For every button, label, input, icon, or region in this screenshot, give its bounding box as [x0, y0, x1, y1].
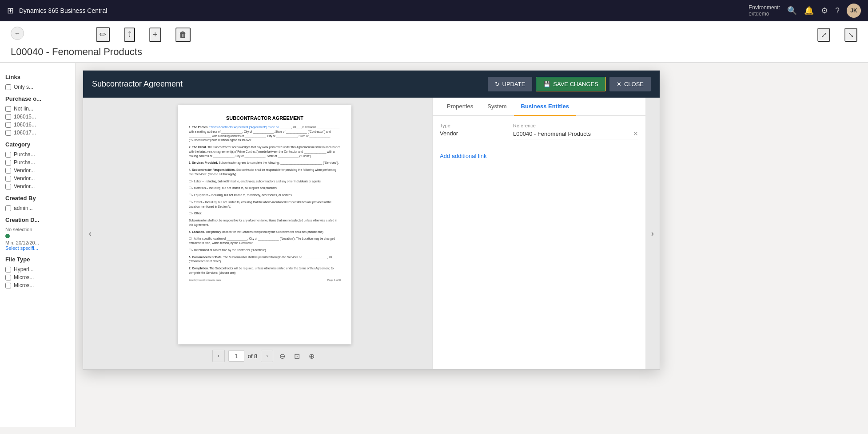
grid-icon[interactable]: ⊞: [7, 6, 14, 16]
doc-para-2: 2. The Client. The Subcontractor acknowl…: [189, 145, 341, 158]
item3-label[interactable]: 106017...: [14, 130, 36, 136]
creation-date-title: Creation D...: [5, 217, 70, 223]
doc-para-travel: ☐ - Travel – Including, but not limited …: [189, 200, 341, 209]
subcontractor-dialog: Subcontractor Agreement ↻ UPDATE 💾 SAVE …: [83, 70, 660, 370]
no-selection-text: No selection: [5, 227, 70, 232]
cat4-item: Vendor...: [5, 175, 70, 181]
item1: 106015...: [5, 114, 70, 120]
cat2-label[interactable]: Purcha...: [14, 159, 35, 166]
back-button[interactable]: ←: [11, 27, 24, 40]
doc-para-5: 5. Location. The primary location for th…: [189, 230, 341, 234]
save-changes-button[interactable]: 💾 SAVE CHANGES: [536, 77, 606, 91]
settings-icon[interactable]: ⚙: [821, 6, 828, 16]
doc-footer-left: EmploymentContracts.com: [189, 279, 221, 281]
fit-page-button[interactable]: ⊡: [291, 351, 303, 361]
doc-para-materials: ☐ - Materials – Including, but not limit…: [189, 186, 341, 190]
microsoft1-checkbox[interactable]: [5, 275, 11, 280]
nav-right: Environment: extdemo 🔍 🔔 ⚙ ? JK: [749, 4, 861, 18]
cat1-checkbox[interactable]: [5, 152, 11, 158]
doc-para-4: 4. Subcontractor Responsibilities. Subco…: [189, 168, 341, 177]
add-icon: +: [153, 30, 158, 39]
prev-page-button[interactable]: ‹: [212, 350, 225, 362]
select-specific-text[interactable]: Select specifi...: [5, 245, 70, 251]
help-icon[interactable]: ?: [835, 6, 840, 16]
notification-icon[interactable]: 🔔: [804, 6, 814, 16]
file-type-title: File Type: [5, 256, 70, 263]
cat2-item: Purcha...: [5, 159, 70, 166]
next-chevron-button[interactable]: ›: [645, 98, 660, 369]
close-button[interactable]: ✕ CLOSE: [609, 77, 651, 91]
doc-para-other: ☐ - Other: _____________________________…: [189, 211, 341, 216]
created-by-checkbox[interactable]: [5, 205, 11, 211]
right-panel-content: Type Vendor Reference L00040 - Fenomenal…: [433, 116, 645, 369]
page-header: ← ✏ ⤴ + 🗑 ⤢ ⤡ L00040 - Fenomenal Produ: [0, 21, 868, 63]
cat4-label[interactable]: Vendor...: [14, 175, 35, 181]
hyperlink-checkbox[interactable]: [5, 267, 11, 272]
doc-para-6: 6. Commencement Date. The Subcontractor …: [189, 255, 341, 264]
cat3-checkbox[interactable]: [5, 168, 11, 174]
dialog-body: ‹ SUBCONTRACTOR AGREEMENT 1. The Parties…: [83, 98, 660, 369]
not-linked-label[interactable]: Not lin...: [14, 106, 33, 112]
cat5-checkbox[interactable]: [5, 184, 11, 189]
close-icon: ✕: [617, 81, 621, 87]
only-show-item: Only s...: [5, 84, 70, 90]
share-button[interactable]: ⤴: [124, 28, 135, 42]
item3-checkbox[interactable]: [5, 130, 11, 136]
item2-label[interactable]: 106016...: [14, 122, 36, 128]
cat5-label[interactable]: Vendor...: [14, 183, 35, 189]
next-page-button[interactable]: ›: [261, 350, 273, 362]
page-toolbar: ✏ ⤴ + 🗑 ⤢ ⤡: [28, 27, 857, 42]
prev-chevron-button[interactable]: ‹: [83, 98, 97, 369]
right-panel: Properties System Business Entities Type…: [432, 98, 645, 369]
doc-para-3: 3. Services Provided. Subcontractor agre…: [189, 161, 341, 165]
cat3-label[interactable]: Vendor...: [14, 167, 35, 174]
tab-properties[interactable]: Properties: [440, 98, 480, 116]
created-by-title: Created By: [5, 195, 70, 201]
cat2-checkbox[interactable]: [5, 160, 11, 166]
tab-business-entities[interactable]: Business Entities: [514, 98, 576, 116]
category-section-title: Category: [5, 141, 70, 148]
type-label: Type: [440, 123, 502, 128]
page-title: L00040 - Fenomenal Products: [11, 46, 857, 62]
type-value: Vendor: [440, 130, 502, 137]
microsoft2-label[interactable]: Micros...: [14, 282, 34, 288]
add-additional-link[interactable]: Add additional link: [440, 153, 487, 159]
doc-footer-right: Page 1 of 8: [327, 279, 341, 281]
delete-button[interactable]: 🗑: [175, 28, 191, 42]
tab-system[interactable]: System: [480, 98, 514, 116]
doc-para-not-responsible: Subcontractor shall not be responsible f…: [189, 218, 341, 227]
item1-checkbox[interactable]: [5, 114, 11, 120]
user-avatar[interactable]: JK: [847, 4, 861, 18]
clear-reference-button[interactable]: ✕: [633, 130, 638, 137]
microsoft2-checkbox[interactable]: [5, 283, 11, 288]
update-button[interactable]: ↻ UPDATE: [488, 77, 533, 91]
expand-button[interactable]: ⤢: [817, 28, 830, 42]
add-button[interactable]: +: [149, 28, 161, 42]
hyperlink-label[interactable]: Hyperl...: [14, 266, 34, 272]
cat1-label[interactable]: Purcha...: [14, 151, 35, 158]
only-show-checkbox[interactable]: [5, 84, 11, 90]
edit-button[interactable]: ✏: [96, 27, 110, 42]
field-headers: Type Vendor Reference L00040 - Fenomenal…: [440, 123, 638, 146]
share-icon: ⤴: [127, 30, 131, 39]
env-info: Environment: extdemo: [749, 4, 780, 17]
not-linked-item: Not lin...: [5, 106, 70, 112]
only-show-label[interactable]: Only s...: [14, 84, 33, 90]
green-dot-indicator: [5, 234, 10, 238]
search-icon[interactable]: 🔍: [787, 6, 797, 16]
left-sidebar: Links Only s... Purchase o... Not lin...…: [0, 63, 76, 427]
page-number-input[interactable]: [228, 350, 244, 362]
created-by-label[interactable]: admin...: [14, 205, 33, 211]
zoom-in-button[interactable]: ⊕: [306, 351, 317, 361]
item2-checkbox[interactable]: [5, 122, 11, 128]
hyperlink-item: Hyperl...: [5, 266, 70, 272]
zoom-out-button[interactable]: ⊖: [277, 351, 288, 361]
cat4-checkbox[interactable]: [5, 176, 11, 181]
dialog-title: Subcontractor Agreement: [92, 79, 183, 89]
not-linked-checkbox[interactable]: [5, 106, 11, 112]
microsoft1-label[interactable]: Micros...: [14, 274, 34, 280]
nav-left: ⊞ Dynamics 365 Business Central: [7, 6, 107, 16]
collapse-button[interactable]: ⤡: [844, 28, 857, 42]
purchase-section-title: Purchase o...: [5, 95, 70, 102]
item1-label[interactable]: 106015...: [14, 114, 36, 120]
